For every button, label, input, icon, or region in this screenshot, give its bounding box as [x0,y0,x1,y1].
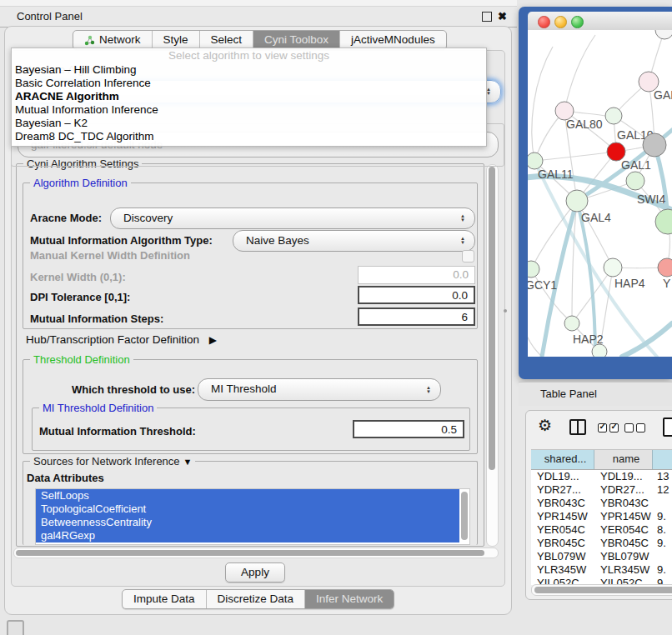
algorithm-option[interactable]: Bayesian – Hill Climbing [12,63,486,77]
tab-cyni-toolbox[interactable]: Cyni Toolbox [253,31,339,49]
network-node[interactable] [655,30,672,39]
which-threshold-label: Which threshold to use: [72,383,195,396]
attribute-item[interactable]: SelfLoops [36,489,459,502]
panel-splitter-handle[interactable] [504,309,507,312]
float-panel-icon[interactable] [482,12,492,22]
tab-infer-network[interactable]: Infer Network [304,590,394,608]
combo-arrows-icon: ▲▼ [460,214,465,222]
table-cell: YPR145W [594,510,653,523]
panel-title: Control Panel [17,7,83,26]
table-cell: YBR045C [594,537,653,550]
close-panel-icon[interactable]: ✖ [498,8,507,25]
cyni-algorithm-settings-group: Cyni Algorithm Settings Algorithm Defini… [16,163,484,547]
algorithm-option[interactable]: Bayesian – K2 [12,117,486,130]
table-row[interactable]: YBR043CYBR043C [531,497,672,510]
network-node[interactable] [605,108,622,124]
table-row[interactable]: YPR145WYPR145W9. [531,510,672,523]
network-node[interactable] [564,316,579,331]
expand-triangle-icon[interactable]: ▶ [209,334,217,346]
network-node[interactable] [528,152,543,169]
split-columns-icon[interactable] [569,419,586,435]
network-node[interactable] [655,209,672,234]
collapse-triangle-icon[interactable]: ▼ [183,457,193,467]
zoom-window-icon[interactable] [571,16,584,28]
algorithm-definition-title: Algorithm Definition [30,177,131,189]
apply-button[interactable]: Apply [225,562,285,582]
tab-impute-data[interactable]: Impute Data [123,590,206,608]
table-horizontal-scrollbar[interactable] [531,584,672,596]
select-all-checks-icon[interactable] [598,423,619,432]
close-window-icon[interactable] [538,16,550,28]
sources-group: Sources for Network Inference▼ Data Attr… [23,461,478,545]
sources-title-text: Sources for Network Inference [33,455,180,468]
algorithm-option[interactable]: Mutual Information Inference [12,103,486,117]
cyni-bottom-tabbar: Impute Data Discretize Data Infer Networ… [122,589,394,609]
network-node[interactable] [658,258,672,277]
attributes-scrollbar[interactable] [461,492,468,540]
tab-label: Infer Network [316,590,383,608]
tab-discretize-data[interactable]: Discretize Data [206,590,305,608]
hub-definition-label: Hub/Transcription Factor Definition [26,333,199,346]
manual-kernel-checkbox[interactable] [462,250,474,262]
mi-algorithm-type-select[interactable]: Naive Bayes ▲▼ [233,230,475,252]
column-header-extra[interactable] [653,450,672,469]
settings-horizontal-scrollbar[interactable] [13,548,499,558]
network-node[interactable] [528,261,539,278]
mi-threshold-label: Mutual Information Threshold: [39,425,196,438]
table-cell: YBL079W [594,550,653,563]
column-header-name[interactable]: name [594,450,653,469]
network-node[interactable] [604,258,622,277]
algorithm-option[interactable]: Basic Correlation Inference [12,77,486,90]
deselect-all-checks-icon[interactable] [624,423,645,432]
table-row[interactable]: YBL079WYBL079W [531,550,672,563]
table-row[interactable]: YER054CYER054C8. [531,523,672,537]
table-cell: YBR043C [531,497,594,510]
mi-threshold-group: MI Threshold Definition Mutual Informati… [32,408,470,451]
network-node[interactable] [566,190,588,212]
network-canvas[interactable]: GAL7GAL80GAL10GAL1GAL11SWI4GAL4GCY1HAP4Y… [528,30,672,357]
network-node[interactable] [643,133,666,157]
gear-icon[interactable]: ⚙ [538,416,552,435]
tab-select[interactable]: Select [199,31,253,49]
sources-group-title: Sources for Network Inference▼ [30,455,195,468]
attribute-item[interactable]: BetweennessCentrality [36,516,459,529]
document-icon[interactable] [663,418,672,437]
table-body: YDL19...YDL19...13YDR27...YDR27...12YBR0… [531,470,672,585]
mi-steps-field[interactable]: 6 [358,308,475,326]
scrollbar-thumb[interactable] [489,167,495,470]
aracne-mode-select[interactable]: Discovery ▲▼ [110,208,475,229]
control-panel-titlebar: Control Panel ✖ [0,6,517,28]
attribute-item[interactable]: gal4RGexp [36,529,459,542]
minimize-window-icon[interactable] [554,16,567,28]
tab-style[interactable]: Style [152,31,199,49]
table-row[interactable]: YDL19...YDL19...13 [531,470,672,483]
settings-vertical-scrollbar[interactable] [486,164,499,547]
network-node-label: GAL1 [621,158,651,172]
algorithm-option[interactable]: Dream8 DC_TDC Algorithm [12,130,486,143]
scrollbar-thumb[interactable] [16,550,484,556]
top-strip [0,0,517,6]
hub-definition-section[interactable]: Hub/Transcription Factor Definition ▶ [26,333,217,346]
kernel-width-field[interactable]: 0.0 [358,266,475,284]
tab-jactivemnodules[interactable]: jActiveMNodules [339,31,446,49]
network-node[interactable] [626,172,644,190]
table-cell: YLR345W [531,563,594,577]
minimized-panel-icon[interactable] [7,620,24,635]
which-threshold-select[interactable]: MI Threshold ▲▼ [198,378,441,401]
table-row[interactable]: YDR27...YDR27...12 [531,483,672,497]
tab-network[interactable]: Network [73,31,152,49]
mi-threshold-field[interactable]: 0.5 [353,420,464,438]
table-row[interactable]: YLR345WYLR345W9. [531,563,672,577]
tab-label: Select [211,31,243,49]
table-row[interactable]: YBR045CYBR045C9. [531,537,672,550]
network-view-window[interactable]: GAL7GAL80GAL10GAL1GAL11SWI4GAL4GCY1HAP4Y… [519,7,672,379]
attribute-item[interactable]: TopologicalCoefficient [36,502,459,516]
dpi-tolerance-field[interactable]: 0.0 [358,286,475,304]
network-window-titlebar[interactable] [528,12,672,31]
scrollbar-thumb[interactable] [534,587,672,593]
network-node[interactable] [592,344,607,357]
table-cell: 13 [653,470,672,483]
tab-label: jActiveMNodules [351,31,435,49]
column-header-shared[interactable]: shared... [531,450,594,469]
algorithm-option-selected[interactable]: ARACNE Algorithm [12,90,486,103]
